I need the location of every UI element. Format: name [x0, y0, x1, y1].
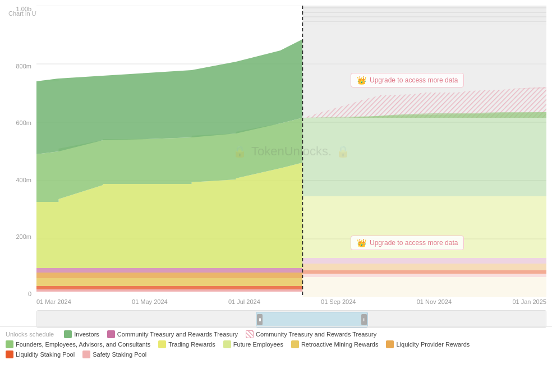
legend-item-liquidity-provider: Liquidity Provider Rewards — [386, 340, 470, 348]
y-label-600m: 600m — [6, 119, 34, 126]
legend-swatch-safety-staking — [82, 351, 90, 358]
chart-svg — [36, 6, 546, 297]
scrollbar-left-handle[interactable]: ⏸ — [257, 314, 263, 325]
legend-section-label: Unlocks schedule — [6, 331, 54, 338]
legend-label-future-employees: Future Employees — [233, 341, 283, 348]
upgrade-text-bottom: Upgrade to access more data — [370, 239, 458, 247]
legend-area: Unlocks schedule Investors Community Tre… — [0, 326, 552, 392]
scrollbar-thumb[interactable]: ⏸ ⏸ — [256, 312, 368, 328]
svg-marker-25 — [302, 264, 546, 270]
svg-marker-13 — [36, 268, 302, 273]
legend-label-liquidity-staking: Liquidity Staking Pool — [16, 351, 75, 358]
svg-marker-27 — [302, 274, 546, 277]
legend-row-3: Liquidity Staking Pool Safety Staking Po… — [6, 351, 546, 358]
upgrade-text-top: Upgrade to access more data — [370, 76, 458, 84]
chart-container: Chart in UTC + 00:00 Time 0 200m 400m 60… — [0, 0, 552, 392]
svg-marker-26 — [302, 270, 546, 274]
svg-marker-17 — [302, 6, 546, 25]
y-label-0: 0 — [6, 290, 34, 297]
svg-marker-22 — [302, 112, 546, 196]
svg-marker-10 — [36, 286, 302, 289]
legend-swatch-retroactive — [291, 340, 299, 348]
legend-swatch-community-hatch — [246, 330, 254, 338]
legend-item-investors: Investors — [64, 330, 99, 338]
upgrade-badge-top[interactable]: 👑 Upgrade to access more data — [351, 73, 464, 87]
legend-swatch-community-solid — [107, 330, 115, 338]
chart-area: Chart in UTC + 00:00 Time 0 200m 400m 60… — [6, 6, 546, 331]
legend-row-2: Founders, Employees, Advisors, and Consu… — [6, 340, 546, 348]
legend-label-safety-staking: Safety Staking Pool — [93, 351, 146, 358]
y-label-800m: 800m — [6, 63, 34, 70]
legend-item-retroactive: Retroactive Mining Rewards — [291, 340, 379, 348]
legend-label-founders: Founders, Employees, Advisors, and Consu… — [16, 341, 150, 348]
legend-item-trading: Trading Rewards — [158, 340, 215, 348]
legend-label-trading: Trading Rewards — [168, 341, 215, 348]
svg-marker-28 — [302, 277, 546, 297]
scrollbar[interactable]: ⏸ ⏸ — [36, 310, 546, 328]
legend-item-future-employees: Future Employees — [223, 340, 283, 348]
legend-swatch-investors — [64, 330, 72, 338]
legend-item-safety-staking: Safety Staking Pool — [82, 351, 146, 358]
scrollbar-right-handle[interactable]: ⏸ — [361, 314, 367, 325]
legend-label-community-hatch: Community Treasury and Rewards Treasury — [256, 331, 376, 338]
legend-swatch-future-employees — [223, 340, 231, 348]
legend-label-community-solid: Community Treasury and Rewards Treasury — [117, 331, 238, 338]
svg-marker-9 — [36, 289, 302, 292]
legend-label-liquidity-provider: Liquidity Provider Rewards — [396, 341, 470, 348]
x-label-may: 01 May 2024 — [132, 298, 168, 305]
crown-icon-bottom: 👑 — [357, 238, 366, 247]
svg-marker-29 — [36, 79, 59, 81]
legend-swatch-trading — [158, 340, 166, 348]
legend-item-founders: Founders, Employees, Advisors, and Consu… — [6, 340, 150, 348]
svg-marker-24 — [302, 258, 546, 264]
x-label-sep: 01 Sep 2024 — [321, 298, 356, 305]
x-label-jul: 01 Jul 2024 — [228, 298, 260, 305]
legend-label-retroactive: Retroactive Mining Rewards — [301, 341, 379, 348]
legend-row-1: Unlocks schedule Investors Community Tre… — [6, 330, 546, 338]
x-label-jan: 01 Jan 2025 — [512, 298, 546, 305]
y-label-200m: 200m — [6, 233, 34, 240]
x-label-mar: 01 Mar 2024 — [36, 298, 71, 305]
y-label-1b: 1.00b — [6, 6, 34, 12]
y-axis: 0 200m 400m 600m 800m 1.00b — [6, 6, 34, 297]
legend-item-community-hatch: Community Treasury and Rewards Treasury — [246, 330, 376, 338]
y-label-400m: 400m — [6, 177, 34, 183]
legend-item-liquidity-staking: Liquidity Staking Pool — [6, 351, 75, 358]
legend-swatch-liquidity-provider — [386, 340, 394, 348]
x-axis: 01 Mar 2024 01 May 2024 01 Jul 2024 01 S… — [36, 298, 546, 305]
chart-plot: Today 👑 Upgrade to access more data 👑 Up… — [36, 6, 546, 297]
upgrade-badge-bottom[interactable]: 👑 Upgrade to access more data — [351, 236, 464, 250]
svg-marker-11 — [36, 278, 302, 286]
legend-item-community-solid: Community Treasury and Rewards Treasury — [107, 330, 238, 338]
legend-label-investors: Investors — [74, 331, 99, 338]
crown-icon-top: 👑 — [357, 76, 366, 85]
x-label-nov: 01 Nov 2024 — [417, 298, 452, 305]
svg-marker-12 — [36, 273, 302, 278]
legend-swatch-founders — [6, 340, 13, 348]
legend-swatch-liquidity-staking — [6, 351, 13, 358]
